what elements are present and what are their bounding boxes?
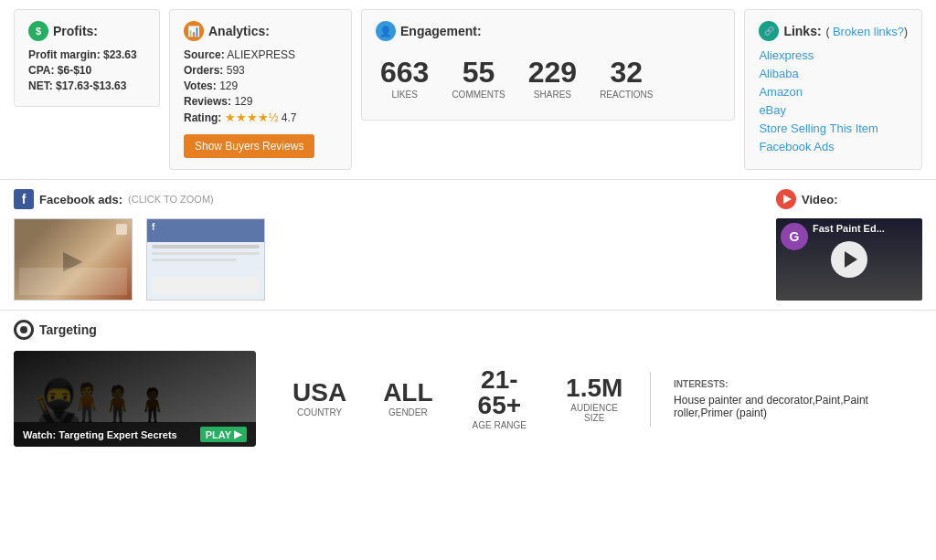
source-line: Source: ALIEXPRESS xyxy=(184,48,337,61)
net-line: NET: $17.63-$13.63 xyxy=(28,79,145,92)
video-header: Video: xyxy=(776,189,922,209)
reactions-stat: 32 REACTIONS xyxy=(600,58,653,100)
video-play-button[interactable] xyxy=(831,241,867,278)
video-thumbnail[interactable]: G Fast Paint Ed... xyxy=(776,218,922,301)
video-avatar: G xyxy=(781,223,808,250)
engagement-title: 👤 Engagement: xyxy=(376,21,720,41)
targeting-icon xyxy=(14,320,34,340)
profits-card: $ Profits: Profit margin: $23.63 CPA: $6… xyxy=(14,9,160,107)
facebook-ads-header: f Facebook ads: (CLICK TO ZOOM) xyxy=(14,189,758,209)
comments-stat: 55 COMMENTS xyxy=(452,58,505,100)
targeting-image-text: Watch: Targeting Expert Secrets xyxy=(23,429,177,440)
interests-text: House painter and decorator,Paint,Paint … xyxy=(674,394,890,419)
engagement-icon: 👤 xyxy=(376,21,396,41)
cpa-line: CPA: $6-$10 xyxy=(28,64,145,77)
targeting-divider xyxy=(650,372,651,427)
fb-ad-thumbnail-1[interactable]: ▶ xyxy=(14,218,133,301)
orders-line: Orders: 593 xyxy=(184,64,337,77)
interests-label: INTERESTS: xyxy=(674,379,890,389)
analytics-title: 📊 Analytics: xyxy=(184,21,337,41)
facebook-ads-container: f Facebook ads: (CLICK TO ZOOM) ▶ f xyxy=(14,189,758,301)
broken-links-text: ( Broken links?) xyxy=(826,25,908,38)
video-title-overlay: Fast Paint Ed... xyxy=(813,223,913,234)
votes-line: Votes: 129 xyxy=(184,79,337,92)
play-button[interactable]: PLAY ▶ xyxy=(200,427,247,442)
facebook-ads-link[interactable]: Facebook Ads xyxy=(759,140,908,153)
gender-stat: ALL GENDER xyxy=(365,380,451,417)
facebook-icon: f xyxy=(14,189,34,209)
alibaba-link[interactable]: Alibaba xyxy=(759,67,908,80)
links-icon: 🔗 xyxy=(759,21,779,41)
targeting-image[interactable]: 🥷 🧍 🧍 🧍 Watch: Targeting Expert Secrets … xyxy=(14,351,256,447)
links-title: 🔗 Links: ( Broken links?) xyxy=(759,21,908,41)
shares-stat: 229 SHARES xyxy=(528,58,577,100)
analytics-card: 📊 Analytics: Source: ALIEXPRESS Orders: … xyxy=(169,9,352,170)
targeting-section: Targeting 🥷 🧍 🧍 🧍 Watch: Targeting Exper… xyxy=(0,311,936,460)
show-reviews-button[interactable]: Show Buyers Reviews xyxy=(184,134,314,158)
analytics-icon: 📊 xyxy=(184,21,204,41)
video-container: Video: G Fast Paint Ed... xyxy=(776,189,922,301)
profits-icon: $ xyxy=(28,21,48,41)
engagement-numbers: 663 LIKES 55 COMMENTS 229 SHARES 32 REAC… xyxy=(376,48,720,109)
targeting-image-overlay: Watch: Targeting Expert Secrets PLAY ▶ xyxy=(14,422,256,447)
audience-size-stat: 1.5M AUDIENCE SIZE xyxy=(548,375,641,423)
middle-row: f Facebook ads: (CLICK TO ZOOM) ▶ f xyxy=(0,180,936,310)
profits-title: $ Profits: xyxy=(28,21,145,41)
interests-box: INTERESTS: House painter and decorator,P… xyxy=(660,379,904,419)
targeting-stats: USA COUNTRY ALL GENDER 21-65+ AGE RANGE … xyxy=(256,367,922,430)
profit-margin-line: Profit margin: $23.63 xyxy=(28,48,145,61)
targeting-content: 🥷 🧍 🧍 🧍 Watch: Targeting Expert Secrets … xyxy=(14,351,922,447)
store-selling-link[interactable]: Store Selling This Item xyxy=(759,122,908,135)
aliexpress-link[interactable]: Aliexpress xyxy=(759,48,908,62)
fb-ad-thumbnail-2[interactable]: f xyxy=(146,218,265,301)
targeting-icon-inner xyxy=(20,326,27,333)
broken-links-link[interactable]: Broken links? xyxy=(833,25,904,38)
country-stat: USA COUNTRY xyxy=(274,380,365,417)
rating-line: Rating: ★★★★½ 4.7 xyxy=(184,111,337,124)
amazon-link[interactable]: Amazon xyxy=(759,85,908,99)
youtube-icon xyxy=(776,189,796,209)
reviews-line: Reviews: 129 xyxy=(184,95,337,108)
facebook-ads-row: ▶ f xyxy=(14,218,758,301)
ebay-link[interactable]: eBay xyxy=(759,103,908,117)
age-range-stat: 21-65+ AGE RANGE xyxy=(452,367,548,430)
targeting-header: Targeting xyxy=(14,320,922,340)
likes-stat: 663 LIKES xyxy=(380,58,429,100)
links-card: 🔗 Links: ( Broken links?) Aliexpress Ali… xyxy=(744,9,922,170)
engagement-card: 👤 Engagement: 663 LIKES 55 COMMENTS 229 … xyxy=(361,9,735,121)
